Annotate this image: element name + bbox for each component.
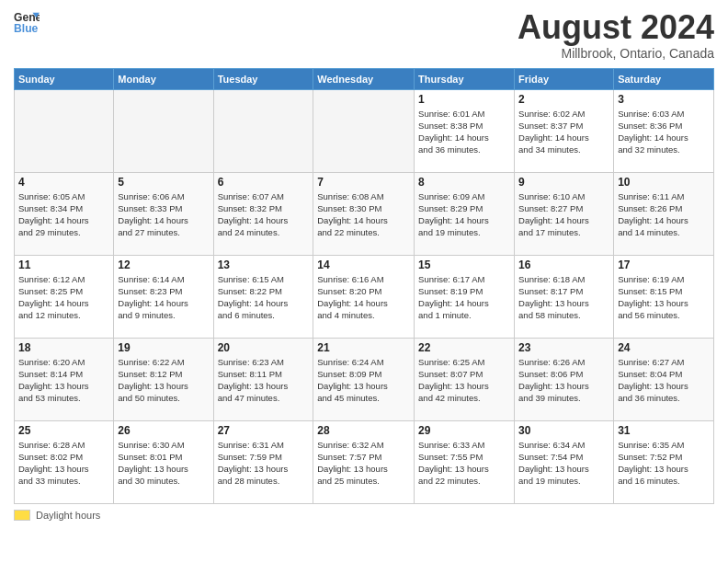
day-number: 29 — [418, 424, 510, 437]
day-number: 23 — [518, 341, 609, 354]
calendar-cell: 4Sunrise: 6:05 AM Sunset: 8:34 PM Daylig… — [15, 172, 114, 255]
calendar-cell: 2Sunrise: 6:02 AM Sunset: 8:37 PM Daylig… — [515, 89, 614, 172]
calendar-cell: 19Sunrise: 6:22 AM Sunset: 8:12 PM Dayli… — [114, 338, 213, 420]
logo-icon: General Blue — [14, 9, 40, 35]
day-number: 13 — [218, 259, 310, 271]
day-number: 28 — [317, 424, 410, 437]
calendar-cell: 15Sunrise: 6:17 AM Sunset: 8:19 PM Dayli… — [415, 255, 515, 338]
day-number: 31 — [618, 424, 710, 437]
legend-label: Daylight hours — [36, 510, 100, 521]
calendar-cell — [213, 89, 313, 172]
day-detail: Sunrise: 6:12 AM Sunset: 8:25 PM Dayligh… — [18, 273, 109, 322]
month-title: August 2024 — [518, 9, 714, 46]
weekday-header-cell: Tuesday — [213, 68, 313, 89]
day-detail: Sunrise: 6:15 AM Sunset: 8:22 PM Dayligh… — [218, 273, 310, 322]
calendar-week-row: 18Sunrise: 6:20 AM Sunset: 8:14 PM Dayli… — [15, 338, 714, 420]
calendar-table: SundayMondayTuesdayWednesdayThursdayFrid… — [14, 68, 714, 504]
title-block: August 2024 Millbrook, Ontario, Canada — [518, 9, 714, 61]
day-detail: Sunrise: 6:34 AM Sunset: 7:54 PM Dayligh… — [518, 439, 609, 488]
day-number: 1 — [418, 93, 510, 106]
day-number: 7 — [317, 176, 410, 189]
day-detail: Sunrise: 6:05 AM Sunset: 8:34 PM Dayligh… — [18, 190, 109, 239]
day-detail: Sunrise: 6:26 AM Sunset: 8:06 PM Dayligh… — [518, 356, 609, 405]
weekday-header-cell: Friday — [515, 68, 614, 89]
day-number: 15 — [418, 259, 510, 271]
calendar-cell: 20Sunrise: 6:23 AM Sunset: 8:11 PM Dayli… — [213, 338, 313, 420]
calendar-cell: 21Sunrise: 6:24 AM Sunset: 8:09 PM Dayli… — [313, 338, 415, 420]
calendar-cell: 31Sunrise: 6:35 AM Sunset: 7:52 PM Dayli… — [614, 420, 714, 503]
calendar-cell: 1Sunrise: 6:01 AM Sunset: 8:38 PM Daylig… — [415, 89, 515, 172]
day-detail: Sunrise: 6:10 AM Sunset: 8:27 PM Dayligh… — [518, 190, 609, 239]
weekday-header-cell: Saturday — [614, 68, 714, 89]
day-detail: Sunrise: 6:11 AM Sunset: 8:26 PM Dayligh… — [618, 190, 710, 239]
day-detail: Sunrise: 6:30 AM Sunset: 8:01 PM Dayligh… — [118, 439, 209, 488]
calendar-week-row: 4Sunrise: 6:05 AM Sunset: 8:34 PM Daylig… — [15, 172, 714, 255]
calendar-cell: 22Sunrise: 6:25 AM Sunset: 8:07 PM Dayli… — [415, 338, 515, 420]
calendar-cell: 12Sunrise: 6:14 AM Sunset: 8:23 PM Dayli… — [114, 255, 213, 338]
day-number: 26 — [118, 424, 209, 437]
legend-bar — [14, 510, 30, 521]
calendar-cell: 27Sunrise: 6:31 AM Sunset: 7:59 PM Dayli… — [213, 420, 313, 503]
day-detail: Sunrise: 6:32 AM Sunset: 7:57 PM Dayligh… — [317, 439, 410, 488]
day-detail: Sunrise: 6:24 AM Sunset: 8:09 PM Dayligh… — [317, 356, 410, 405]
calendar-cell: 9Sunrise: 6:10 AM Sunset: 8:27 PM Daylig… — [515, 172, 614, 255]
location: Millbrook, Ontario, Canada — [518, 46, 714, 61]
calendar-cell: 30Sunrise: 6:34 AM Sunset: 7:54 PM Dayli… — [515, 420, 614, 503]
day-detail: Sunrise: 6:19 AM Sunset: 8:15 PM Dayligh… — [618, 273, 710, 322]
calendar-cell: 7Sunrise: 6:08 AM Sunset: 8:30 PM Daylig… — [313, 172, 415, 255]
svg-text:Blue: Blue — [14, 22, 39, 35]
calendar-body: 1Sunrise: 6:01 AM Sunset: 8:38 PM Daylig… — [15, 89, 714, 503]
day-detail: Sunrise: 6:14 AM Sunset: 8:23 PM Dayligh… — [118, 273, 209, 322]
day-detail: Sunrise: 6:17 AM Sunset: 8:19 PM Dayligh… — [418, 273, 510, 322]
day-number: 9 — [518, 176, 609, 189]
day-number: 18 — [18, 341, 109, 354]
day-number: 21 — [317, 341, 410, 354]
day-number: 11 — [18, 259, 109, 271]
legend: Daylight hours — [14, 510, 714, 521]
day-number: 19 — [118, 341, 209, 354]
calendar-cell: 6Sunrise: 6:07 AM Sunset: 8:32 PM Daylig… — [213, 172, 313, 255]
calendar-cell: 16Sunrise: 6:18 AM Sunset: 8:17 PM Dayli… — [515, 255, 614, 338]
day-number: 24 — [618, 341, 710, 354]
day-number: 30 — [518, 424, 609, 437]
calendar-week-row: 1Sunrise: 6:01 AM Sunset: 8:38 PM Daylig… — [15, 89, 714, 172]
calendar-cell — [15, 89, 114, 172]
day-number: 5 — [118, 176, 209, 189]
day-detail: Sunrise: 6:23 AM Sunset: 8:11 PM Dayligh… — [218, 356, 310, 405]
day-detail: Sunrise: 6:31 AM Sunset: 7:59 PM Dayligh… — [218, 439, 310, 488]
logo: General Blue — [14, 9, 40, 35]
calendar-cell — [313, 89, 415, 172]
day-detail: Sunrise: 6:20 AM Sunset: 8:14 PM Dayligh… — [18, 356, 109, 405]
day-number: 6 — [218, 176, 310, 189]
calendar-cell: 23Sunrise: 6:26 AM Sunset: 8:06 PM Dayli… — [515, 338, 614, 420]
day-detail: Sunrise: 6:02 AM Sunset: 8:37 PM Dayligh… — [518, 108, 609, 156]
weekday-header-cell: Thursday — [415, 68, 515, 89]
day-detail: Sunrise: 6:06 AM Sunset: 8:33 PM Dayligh… — [118, 190, 209, 239]
day-detail: Sunrise: 6:09 AM Sunset: 8:29 PM Dayligh… — [418, 190, 510, 239]
calendar-cell: 24Sunrise: 6:27 AM Sunset: 8:04 PM Dayli… — [614, 338, 714, 420]
weekday-header-cell: Sunday — [15, 68, 114, 89]
day-detail: Sunrise: 6:03 AM Sunset: 8:36 PM Dayligh… — [618, 108, 710, 156]
day-number: 16 — [518, 259, 609, 271]
calendar-cell: 25Sunrise: 6:28 AM Sunset: 8:02 PM Dayli… — [15, 420, 114, 503]
weekday-header-cell: Wednesday — [313, 68, 415, 89]
weekday-header-cell: Monday — [114, 68, 213, 89]
day-number: 20 — [218, 341, 310, 354]
calendar-cell: 28Sunrise: 6:32 AM Sunset: 7:57 PM Dayli… — [313, 420, 415, 503]
calendar-week-row: 25Sunrise: 6:28 AM Sunset: 8:02 PM Dayli… — [15, 420, 714, 503]
day-number: 27 — [218, 424, 310, 437]
calendar-cell: 29Sunrise: 6:33 AM Sunset: 7:55 PM Dayli… — [415, 420, 515, 503]
page-header: General Blue August 2024 Millbrook, Onta… — [14, 9, 714, 61]
day-detail: Sunrise: 6:18 AM Sunset: 8:17 PM Dayligh… — [518, 273, 609, 322]
day-number: 4 — [18, 176, 109, 189]
day-number: 22 — [418, 341, 510, 354]
day-number: 8 — [418, 176, 510, 189]
day-detail: Sunrise: 6:22 AM Sunset: 8:12 PM Dayligh… — [118, 356, 209, 405]
day-number: 2 — [518, 93, 609, 106]
calendar-cell: 17Sunrise: 6:19 AM Sunset: 8:15 PM Dayli… — [614, 255, 714, 338]
calendar-cell: 11Sunrise: 6:12 AM Sunset: 8:25 PM Dayli… — [15, 255, 114, 338]
calendar-cell — [114, 89, 213, 172]
day-detail: Sunrise: 6:27 AM Sunset: 8:04 PM Dayligh… — [618, 356, 710, 405]
calendar-cell: 14Sunrise: 6:16 AM Sunset: 8:20 PM Dayli… — [313, 255, 415, 338]
day-number: 12 — [118, 259, 209, 271]
